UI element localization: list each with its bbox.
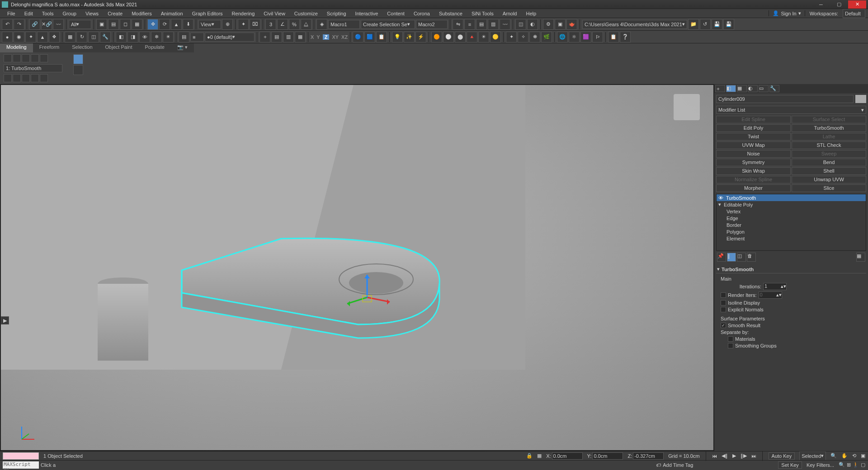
setkey-button[interactable]: Set Key (778, 461, 802, 469)
tool-c-button[interactable] (22, 74, 30, 82)
maxscript-listener[interactable]: MAXScript Mi (3, 461, 39, 469)
subobj-element-button[interactable] (40, 54, 48, 62)
menu-group[interactable]: Group (58, 10, 81, 17)
nav-pan-button[interactable]: ✋ (841, 453, 848, 459)
mod-turbosmooth-button[interactable]: TurboSmooth (792, 124, 866, 132)
snap-icon[interactable]: ▦ (537, 453, 542, 459)
render-frame-button[interactable]: ▣ (555, 19, 566, 30)
nav-zoomall-button[interactable]: 🔍 (839, 462, 845, 468)
object-color-swatch[interactable] (855, 95, 866, 103)
create-tab-icon[interactable]: ＋ (715, 85, 725, 92)
create-helper-button[interactable]: ❖ (49, 32, 60, 42)
light2-button[interactable]: ✨ (404, 32, 415, 42)
show-end-result-button[interactable]: ‖ (727, 253, 736, 262)
motion-button[interactable]: ↻ (76, 32, 87, 42)
mod-stlcheck-button[interactable]: STL Check (792, 141, 866, 149)
ribbon-tab-selection[interactable]: Selection (66, 43, 99, 52)
time-next-button[interactable]: ‖▶ (741, 453, 747, 459)
menu-arnold[interactable]: Arnold (498, 10, 522, 17)
utilities-button[interactable]: 🔧 (100, 32, 111, 42)
percent-snap-button[interactable]: % (289, 19, 300, 30)
snap-toggle-button[interactable]: 3 (265, 19, 276, 30)
utilities-tab-icon[interactable]: 🔧 (769, 85, 779, 92)
nav-field-button[interactable]: ⊞ (847, 462, 851, 468)
sphere-yellow-icon[interactable]: 🟡 (490, 32, 501, 42)
named-selection-dropdown[interactable]: Create Selection Se ▾ (361, 20, 415, 29)
nav-orbit-button[interactable]: ⟲ (852, 453, 856, 459)
layer3-button[interactable]: ▥ (283, 32, 294, 42)
project-path-field[interactable]: C:\Users\Gears 4\Documents\3ds Max 2021 … (582, 20, 687, 29)
layer-color[interactable]: ■ (190, 33, 204, 42)
menu-help[interactable]: Help (521, 10, 541, 17)
use-pivot-button[interactable]: ⊕ (222, 19, 233, 30)
iso-sel2-button[interactable]: ◨ (127, 32, 138, 42)
layer2-button[interactable]: ▤ (271, 32, 282, 42)
listener-toggle-button[interactable]: ▶ (1, 316, 9, 324)
nav-zoom-button[interactable]: 🔍 (830, 453, 837, 459)
square-purple-icon[interactable]: 🟪 (580, 32, 591, 42)
minimize-button[interactable]: ─ (812, 0, 830, 9)
ribbon-tab-freeform[interactable]: Freeform (33, 43, 66, 52)
axis-x-button[interactable]: X (311, 34, 314, 40)
mirror-button[interactable]: ⇋ (453, 19, 463, 30)
menu-rendering[interactable]: Rendering (227, 10, 259, 17)
menu-content[interactable]: Content (382, 10, 409, 17)
menu-corona[interactable]: Corona (409, 10, 434, 17)
hierarchy-button[interactable]: ▦ (65, 32, 75, 42)
mat2-button[interactable]: 🟦 (364, 32, 375, 42)
render-button[interactable]: 🫖 (566, 19, 577, 30)
select-rect-button[interactable]: ◻ (120, 19, 131, 30)
unfreeze-button[interactable]: ☀ (163, 32, 174, 42)
stack-edge[interactable]: Edge (717, 215, 866, 221)
time-rewind-button[interactable]: ⏮ (712, 453, 717, 459)
select-object-button[interactable]: ▣ (96, 19, 107, 30)
stack-element[interactable]: Element (717, 235, 866, 242)
menu-interactive[interactable]: Interactive (351, 10, 383, 17)
schematic-view-button[interactable]: ◫ (515, 19, 526, 30)
select-move-button[interactable]: ✥ (147, 19, 158, 30)
bind-spacewarp-button[interactable]: 〰 (53, 19, 64, 30)
mat3-button[interactable]: 📋 (376, 32, 387, 42)
select-place-button[interactable]: ⬇ (183, 19, 193, 30)
menu-edit[interactable]: Edit (20, 10, 38, 17)
subobj-poly-button[interactable] (31, 54, 39, 62)
subobj-vertex-button[interactable] (4, 54, 12, 62)
time-end-button[interactable]: ⏭ (751, 453, 756, 459)
sphere-cone-icon[interactable]: 🔺 (467, 32, 477, 42)
axis-z-button[interactable]: Z (323, 34, 330, 40)
menu-grapheditors[interactable]: Graph Editors (188, 10, 227, 17)
smooth-result-checkbox[interactable] (721, 323, 726, 328)
tool-b-button[interactable] (13, 74, 21, 82)
mod-skinwrap-button[interactable]: Skin Wrap (716, 167, 791, 175)
mod-slice-button[interactable]: Slice (792, 184, 866, 192)
keyboard-shortcut-button[interactable]: ⌧ (250, 19, 260, 30)
material-editor-button[interactable]: ◐ (527, 19, 538, 30)
freeze-button[interactable]: ❄ (151, 32, 162, 42)
mod-shell-button[interactable]: Shell (792, 167, 866, 175)
mod-noise-button[interactable]: Noise (716, 150, 791, 158)
undo-button[interactable]: ↶ (2, 19, 13, 30)
layer4-button[interactable]: ▦ (295, 32, 306, 42)
axis-xz-button[interactable]: XZ (341, 34, 348, 40)
cage-on-button[interactable] (73, 54, 83, 64)
select-by-name-button[interactable]: ▤ (108, 19, 119, 30)
tool-d-button[interactable] (31, 74, 39, 82)
mod-normspline-button[interactable]: Normalize Spline (716, 176, 791, 183)
sun-icon[interactable]: ☀ (478, 32, 489, 42)
subobj-edge-button[interactable] (13, 54, 21, 62)
menu-create[interactable]: Create (103, 10, 127, 17)
clipboard-icon[interactable]: 📋 (608, 32, 619, 42)
add-time-tag-button[interactable]: Add Time Tag (663, 462, 693, 468)
unlink-button[interactable]: ✕🔗 (41, 19, 52, 30)
axis-xy-button[interactable]: XY (332, 34, 339, 40)
tool-a-button[interactable] (4, 74, 12, 82)
pin-stack-button[interactable]: 📌 (717, 253, 726, 262)
sphere-grey-icon[interactable]: ⬤ (455, 32, 466, 42)
close-button[interactable]: ✕ (848, 0, 866, 9)
angle-snap-button[interactable]: ∠ (277, 19, 288, 30)
rollup-header[interactable]: ▾ TurboSmooth (716, 265, 866, 273)
x-coord-input[interactable] (552, 452, 583, 460)
ribbon-tab-objectpaint[interactable]: Object Paint (99, 43, 139, 52)
menu-scripting[interactable]: Scripting (322, 10, 351, 17)
display-tab-icon[interactable]: ▭ (759, 85, 769, 92)
